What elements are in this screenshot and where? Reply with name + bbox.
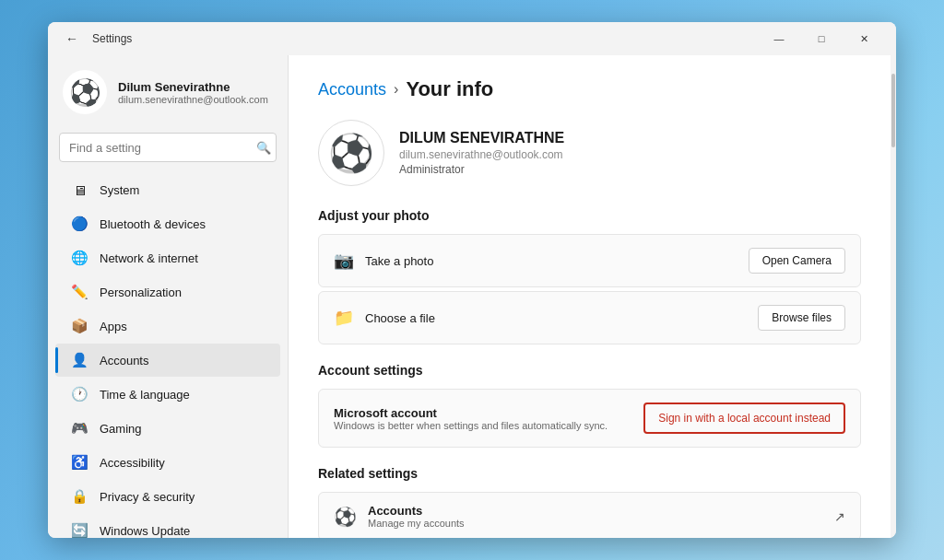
titlebar: ← Settings — □ ✕ [48,22,896,55]
sidebar-item-accounts[interactable]: 👤 Accounts [55,344,280,377]
maximize-button[interactable]: □ [800,22,843,55]
privacy-icon: 🔒 [70,487,88,506]
profile-name: DILUM SENEVIRATHNE [399,130,564,146]
sidebar-item-label: Privacy & security [100,490,195,504]
profile-section: ⚽ DILUM SENEVIRATHNE dilum.senevirathne@… [318,120,861,186]
open-camera-button[interactable]: Open Camera [749,248,845,274]
back-button[interactable]: ← [59,26,85,52]
bluetooth-icon: 🔵 [70,215,88,233]
profile-avatar-icon: ⚽ [328,132,374,175]
ms-account-desc: Windows is better when settings and file… [334,420,608,431]
content-area: ⚽ Dilum Senevirathne dilum.senevirathne@… [48,55,896,538]
choose-file-card: 📁 Choose a file Browse files [318,291,861,344]
profile-avatar: ⚽ [318,120,384,186]
take-photo-card: 📷 Take a photo Open Camera [318,234,861,287]
sidebar-item-personalization[interactable]: ✏️ Personalization [55,275,280,309]
sidebar: ⚽ Dilum Senevirathne dilum.senevirathne@… [48,55,288,538]
scrollbar-thumb[interactable] [891,74,895,147]
sidebar-item-label: Bluetooth & devices [100,217,206,231]
account-settings-title: Account settings [318,363,861,378]
sidebar-item-label: Accessibility [100,456,165,470]
sidebar-item-label: System [100,183,139,197]
choose-file-label: Choose a file [365,311,747,325]
adjust-photo-title: Adjust your photo [318,208,861,223]
related-accounts-desc: Manage my accounts [368,518,465,529]
related-accounts-card[interactable]: ⚽ Accounts Manage my accounts ↗ [318,492,861,538]
avatar-icon: ⚽ [69,77,101,108]
breadcrumb: Accounts › Your info [318,77,861,101]
browse-files-button[interactable]: Browse files [758,305,845,331]
accessibility-icon: ♿ [70,453,88,472]
sign-in-local-button[interactable]: Sign in with a local account instead [643,402,845,434]
sidebar-item-label: Network & internet [100,251,198,265]
update-icon: 🔄 [70,521,88,538]
ms-account-title: Microsoft account [334,406,608,420]
settings-window: ← Settings — □ ✕ ⚽ Dilum Senevirathne di… [48,22,896,538]
gaming-icon: 🎮 [70,419,88,438]
search-box: 🔍 [59,133,277,162]
breadcrumb-parent[interactable]: Accounts [318,80,386,99]
breadcrumb-separator: › [394,81,398,98]
sidebar-item-label: Windows Update [100,524,190,538]
sidebar-item-network[interactable]: 🌐 Network & internet [55,241,280,274]
sidebar-item-label: Apps [100,320,127,333]
user-email: dilum.senevirathne@outlook.com [118,94,273,105]
related-accounts-label: Accounts [368,504,465,518]
network-icon: 🌐 [70,249,88,267]
sidebar-item-accessibility[interactable]: ♿ Accessibility [55,446,280,479]
related-accounts-info: Accounts Manage my accounts [368,504,465,529]
sidebar-item-gaming[interactable]: 🎮 Gaming [55,412,280,445]
apps-icon: 📦 [70,317,88,335]
sidebar-item-label: Time & language [100,388,190,402]
minimize-button[interactable]: — [758,22,800,55]
personalization-icon: ✏️ [70,283,88,301]
sidebar-item-label: Gaming [100,422,142,436]
folder-icon: 📁 [334,308,354,328]
sidebar-item-system[interactable]: 🖥 System [55,173,280,206]
sidebar-item-update[interactable]: 🔄 Windows Update [55,514,280,538]
accounts-icon: 👤 [70,351,88,369]
take-photo-label: Take a photo [365,254,738,268]
breadcrumb-current: Your info [406,77,493,101]
user-info: Dilum Senevirathne dilum.senevirathne@ou… [118,80,273,105]
account-info: Microsoft account Windows is better when… [334,406,608,431]
avatar: ⚽ [63,70,107,114]
microsoft-account-card: Microsoft account Windows is better when… [318,389,861,448]
camera-icon: 📷 [334,251,354,271]
sidebar-item-apps[interactable]: 📦 Apps [55,309,280,343]
scrollbar[interactable] [891,55,896,538]
sidebar-item-label: Accounts [100,354,148,368]
window-controls: — □ ✕ [758,22,885,55]
profile-details: DILUM SENEVIRATHNE dilum.senevirathne@ou… [399,130,564,176]
search-icon[interactable]: 🔍 [256,141,271,155]
system-icon: 🖥 [70,181,88,199]
time-icon: 🕐 [70,385,88,403]
close-button[interactable]: ✕ [843,22,885,55]
user-name: Dilum Senevirathne [118,80,273,94]
sidebar-item-privacy[interactable]: 🔒 Privacy & security [55,480,280,513]
external-link-icon: ↗ [834,509,845,524]
nav-list: 🖥 System 🔵 Bluetooth & devices 🌐 Network… [48,173,288,538]
related-accounts-icon: ⚽ [334,506,357,528]
search-input[interactable] [59,133,277,162]
main-content: Accounts › Your info ⚽ DILUM SENEVIRATHN… [288,55,891,538]
profile-email: dilum.senevirathne@outlook.com [399,148,564,161]
related-settings-title: Related settings [318,466,861,481]
sidebar-item-bluetooth[interactable]: 🔵 Bluetooth & devices [55,207,280,240]
sidebar-item-label: Personalization [100,286,182,299]
user-profile: ⚽ Dilum Senevirathne dilum.senevirathne@… [48,63,288,129]
profile-role: Administrator [399,163,564,176]
sidebar-item-time[interactable]: 🕐 Time & language [55,378,280,411]
window-title: Settings [92,32,132,45]
